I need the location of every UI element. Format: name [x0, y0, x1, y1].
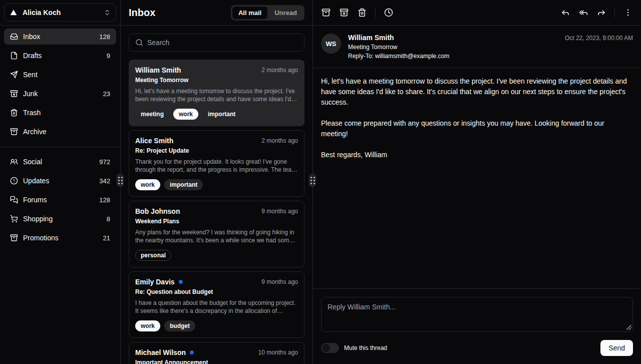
mail-list: William Smith 2 months ago Meeting Tomor…: [121, 60, 312, 364]
toolbar-divider: [614, 8, 615, 18]
trash-icon: [10, 109, 18, 117]
sidebar-item-updates[interactable]: Updates 342: [4, 173, 116, 189]
label-badge: work: [135, 179, 160, 190]
archive-icon: [322, 8, 331, 17]
mail-sender: Bob Johnson: [135, 207, 180, 215]
sidebar-item-drafts[interactable]: Drafts 9: [4, 48, 116, 64]
archive-icon: [10, 128, 18, 136]
shopping-cart-icon: [10, 215, 18, 223]
unread-dot: [190, 350, 194, 354]
archive-button[interactable]: [317, 4, 335, 22]
sidebar-nav-primary: Inbox 128 Drafts 9 Sent Junk 23 Trash: [0, 26, 120, 143]
label-badge: meeting: [135, 109, 169, 120]
mail-sender: Michael Wilson: [135, 348, 186, 356]
avatar: WS: [321, 34, 341, 54]
mail-labels: personal: [135, 250, 298, 261]
mail-body: Hi, let's have a meeting tomorrow to dis…: [313, 68, 641, 288]
panel-resize-handle[interactable]: [309, 174, 316, 187]
sidebar-item-count: 8: [107, 215, 110, 223]
sidebar: Alicia Koch Inbox 128 Drafts 9 Sent: [0, 0, 121, 364]
mail-labels: meeting work important: [135, 109, 298, 120]
mail-list-item-william-smith[interactable]: William Smith 2 months ago Meeting Tomor…: [129, 60, 304, 126]
sidebar-item-social[interactable]: Social 972: [4, 154, 116, 170]
reply-textarea[interactable]: [321, 297, 633, 332]
sidebar-item-label: Updates: [23, 177, 49, 185]
mail-filter-tabs: All mail Unread: [231, 5, 304, 21]
label-badge: work: [135, 320, 160, 331]
sidebar-header: Alicia Koch: [0, 0, 120, 26]
search-input[interactable]: [147, 39, 298, 47]
sidebar-item-inbox[interactable]: Inbox 128: [4, 29, 116, 45]
tab-unread[interactable]: Unread: [268, 7, 303, 19]
file-icon: [10, 52, 18, 60]
more-options-button[interactable]: [619, 4, 637, 22]
sidebar-item-shopping[interactable]: Shopping 8: [4, 211, 116, 227]
sidebar-item-count: 9: [107, 52, 110, 60]
label-badge: important: [164, 179, 203, 190]
detail-reply-to: Reply-To: williamsmith@example.com: [348, 53, 449, 60]
inbox-icon: [10, 33, 18, 41]
archive-x-icon: [340, 8, 349, 17]
toolbar-divider: [375, 8, 376, 18]
mail-list-panel: Inbox All mail Unread William Smith 2 mo…: [121, 0, 313, 364]
mail-subject: Re: Project Update: [135, 147, 298, 154]
detail-subject: Meeting Tomorrow: [348, 44, 449, 51]
more-vertical-icon: [623, 8, 632, 17]
sidebar-item-count: 21: [103, 234, 110, 242]
sidebar-item-label: Drafts: [23, 52, 42, 60]
label-badge: personal: [135, 250, 171, 261]
tab-all-mail[interactable]: All mail: [232, 7, 267, 19]
detail-date: Oct 22, 2023, 9:00:00 AM: [565, 34, 633, 42]
mail-list-item-emily-davis[interactable]: Emily Davis 9 months ago Re: Question ab…: [129, 271, 304, 338]
label-badge: budget: [164, 320, 195, 331]
reply-all-icon: [579, 8, 588, 17]
sidebar-item-junk[interactable]: Junk 23: [4, 86, 116, 102]
mail-list-item-alice-smith[interactable]: Alice Smith 2 months ago Re: Project Upd…: [129, 130, 304, 197]
sidebar-item-archive[interactable]: Archive: [4, 124, 116, 140]
mail-body-paragraph: Best regards, William: [321, 150, 633, 160]
account-switcher[interactable]: Alicia Koch: [4, 4, 116, 22]
sidebar-item-sent[interactable]: Sent: [4, 67, 116, 83]
sidebar-item-label: Junk: [23, 90, 38, 98]
sidebar-item-label: Forums: [23, 196, 47, 204]
clock-icon: [384, 8, 393, 17]
mail-list-item-bob-johnson[interactable]: Bob Johnson 9 months ago Weekend Plans A…: [129, 201, 304, 267]
send-button[interactable]: Send: [600, 340, 633, 356]
panel-resize-handle[interactable]: [117, 174, 124, 187]
reply-button[interactable]: [556, 4, 574, 22]
sidebar-item-forums[interactable]: Forums 128: [4, 192, 116, 208]
mail-time: 2 months ago: [261, 137, 298, 144]
sidebar-item-trash[interactable]: Trash: [4, 105, 116, 121]
mail-body-paragraph: Please come prepared with any questions …: [321, 118, 633, 139]
sidebar-item-count: 342: [99, 177, 110, 185]
mute-thread-label: Mute this thread: [344, 344, 387, 351]
sidebar-item-label: Social: [23, 158, 42, 166]
mail-preview: I have a question about the budget for t…: [135, 299, 298, 315]
reply-section: Mute this thread Send: [313, 288, 641, 364]
sidebar-item-label: Inbox: [23, 33, 40, 41]
mail-subject: Important Announcement: [135, 359, 298, 364]
snooze-button[interactable]: [380, 4, 398, 22]
reply-all-button[interactable]: [574, 4, 592, 22]
label-badge: important: [202, 109, 241, 120]
search-box: [129, 34, 304, 52]
mail-sender: William Smith: [135, 66, 181, 74]
sidebar-item-promotions[interactable]: Promotions 21: [4, 230, 116, 246]
mute-thread-toggle[interactable]: [321, 343, 339, 353]
toggle-thumb: [322, 344, 330, 352]
mail-list-item-michael-wilson[interactable]: Michael Wilson 10 months ago Important A…: [129, 342, 304, 364]
users-icon: [10, 158, 18, 166]
alert-circle-icon: [10, 177, 18, 185]
sidebar-item-label: Trash: [23, 109, 41, 117]
forward-icon: [597, 8, 606, 17]
mail-body-paragraph: Hi, let's have a meeting tomorrow to dis…: [321, 76, 633, 108]
forward-button[interactable]: [592, 4, 610, 22]
archive-icon: [10, 234, 18, 242]
move-to-junk-button[interactable]: [335, 4, 353, 22]
sidebar-item-count: 128: [99, 196, 110, 204]
mail-sender: Emily Davis: [135, 278, 175, 286]
mail-preview: Hi, let's have a meeting tomorrow to dis…: [135, 87, 298, 103]
delete-button[interactable]: [353, 4, 371, 22]
sidebar-item-count: 972: [99, 158, 110, 166]
mail-labels: work budget: [135, 320, 298, 331]
